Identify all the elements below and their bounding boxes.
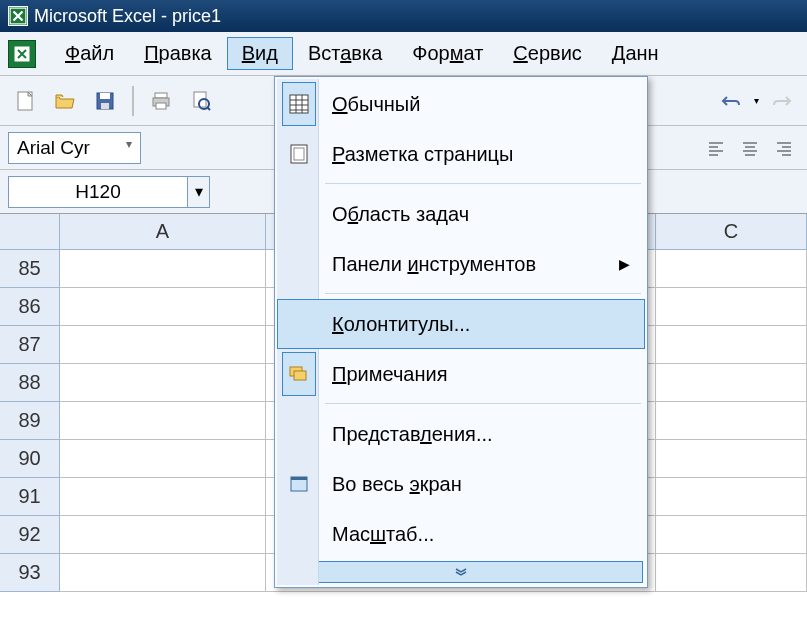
cell[interactable] bbox=[60, 516, 266, 554]
menu-format[interactable]: Формат bbox=[397, 37, 498, 70]
print-button[interactable] bbox=[144, 84, 178, 118]
view-task-pane[interactable]: Область задач bbox=[277, 189, 645, 239]
view-custom-views[interactable]: Представления... bbox=[277, 409, 645, 459]
cell[interactable] bbox=[656, 440, 807, 478]
normal-view-icon bbox=[282, 82, 316, 126]
undo-dropdown[interactable]: ▾ bbox=[754, 95, 759, 106]
name-box[interactable]: H120 bbox=[8, 176, 188, 208]
svg-rect-35 bbox=[291, 477, 307, 480]
menu-tools[interactable]: Сервис bbox=[498, 37, 597, 70]
svg-rect-6 bbox=[155, 93, 167, 98]
row-header[interactable]: 87 bbox=[0, 326, 60, 364]
column-header-a[interactable]: A bbox=[60, 214, 266, 249]
page-layout-icon bbox=[284, 139, 314, 169]
print-preview-button[interactable] bbox=[184, 84, 218, 118]
column-header-c[interactable]: C bbox=[656, 214, 807, 249]
save-button[interactable] bbox=[88, 84, 122, 118]
new-button[interactable] bbox=[8, 84, 42, 118]
menu-data[interactable]: Данн bbox=[597, 37, 674, 70]
row-header[interactable]: 88 bbox=[0, 364, 60, 402]
menu-edit[interactable]: Правка bbox=[129, 37, 227, 70]
svg-rect-8 bbox=[156, 103, 166, 109]
undo-button[interactable] bbox=[714, 84, 748, 118]
align-center-button[interactable] bbox=[735, 133, 765, 163]
name-box-dropdown[interactable]: ▾ bbox=[188, 176, 210, 208]
menu-file[interactable]: Файл bbox=[50, 37, 129, 70]
cell[interactable] bbox=[656, 478, 807, 516]
cell[interactable] bbox=[656, 402, 807, 440]
row-header[interactable]: 93 bbox=[0, 554, 60, 592]
view-toolbars[interactable]: Панели инструментов ▶ bbox=[277, 239, 645, 289]
svg-line-11 bbox=[207, 107, 210, 110]
title-bar: Microsoft Excel - price1 bbox=[0, 0, 807, 32]
row-header[interactable]: 89 bbox=[0, 402, 60, 440]
cell[interactable] bbox=[656, 554, 807, 592]
cell[interactable] bbox=[656, 326, 807, 364]
view-fullscreen[interactable]: Во весь экран bbox=[277, 459, 645, 509]
menu-insert[interactable]: Вставка bbox=[293, 37, 397, 70]
row-header[interactable]: 85 bbox=[0, 250, 60, 288]
view-comments[interactable]: Примечания bbox=[277, 349, 645, 399]
menu-view[interactable]: Вид bbox=[227, 37, 293, 70]
open-button[interactable] bbox=[48, 84, 82, 118]
font-name-selector[interactable]: Arial Cyr bbox=[8, 132, 141, 164]
menu-expand-chevron[interactable] bbox=[279, 561, 643, 583]
comments-icon bbox=[282, 352, 316, 396]
excel-doc-icon[interactable] bbox=[8, 40, 36, 68]
row-header[interactable]: 90 bbox=[0, 440, 60, 478]
row-header[interactable]: 91 bbox=[0, 478, 60, 516]
fullscreen-icon bbox=[284, 469, 314, 499]
view-headers-footers[interactable]: Колонтитулы... bbox=[277, 299, 645, 349]
view-zoom[interactable]: Масштаб... bbox=[277, 509, 645, 559]
cell[interactable] bbox=[60, 250, 266, 288]
cell[interactable] bbox=[656, 288, 807, 326]
align-right-button[interactable] bbox=[769, 133, 799, 163]
cell[interactable] bbox=[60, 554, 266, 592]
svg-rect-5 bbox=[101, 103, 109, 109]
cell[interactable] bbox=[60, 478, 266, 516]
select-all-corner[interactable] bbox=[0, 214, 60, 249]
row-header[interactable]: 86 bbox=[0, 288, 60, 326]
submenu-arrow-icon: ▶ bbox=[619, 256, 630, 272]
redo-button[interactable] bbox=[765, 84, 799, 118]
view-menu-dropdown: Обычный Разметка страницы Область задач … bbox=[274, 76, 648, 588]
view-page-layout[interactable]: Разметка страницы bbox=[277, 129, 645, 179]
cell[interactable] bbox=[60, 364, 266, 402]
menu-bar: Файл Правка Вид Вставка Формат Сервис Да… bbox=[0, 32, 807, 76]
cell[interactable] bbox=[60, 440, 266, 478]
row-header[interactable]: 92 bbox=[0, 516, 60, 554]
cell[interactable] bbox=[60, 402, 266, 440]
view-normal[interactable]: Обычный bbox=[277, 79, 645, 129]
excel-app-icon bbox=[8, 6, 28, 26]
cell[interactable] bbox=[656, 364, 807, 402]
title-text: Microsoft Excel - price1 bbox=[34, 6, 221, 27]
cell[interactable] bbox=[656, 516, 807, 554]
cell[interactable] bbox=[60, 288, 266, 326]
svg-rect-4 bbox=[100, 93, 110, 99]
cell[interactable] bbox=[60, 326, 266, 364]
align-left-button[interactable] bbox=[701, 133, 731, 163]
svg-rect-33 bbox=[294, 371, 306, 380]
cell[interactable] bbox=[656, 250, 807, 288]
